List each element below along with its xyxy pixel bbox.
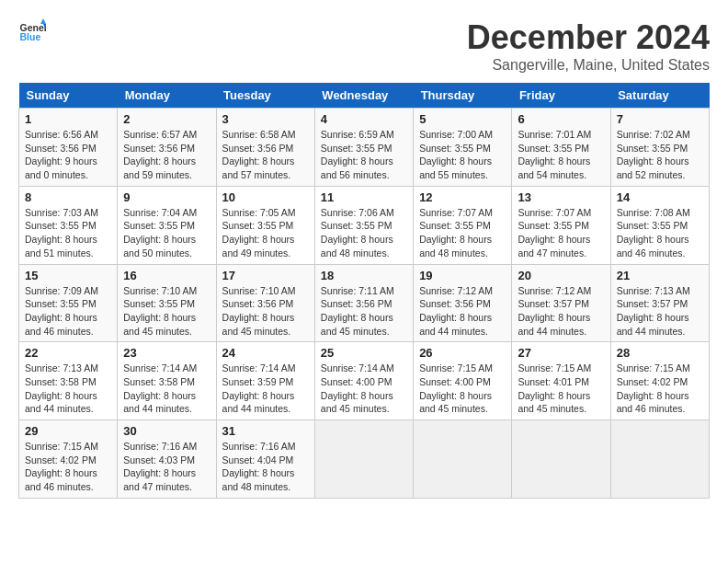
day-number: 27 (518, 346, 604, 360)
day-info: Sunrise: 7:00 AMSunset: 3:55 PMDaylight:… (419, 128, 506, 182)
day-number: 12 (419, 190, 506, 204)
day-number: 11 (321, 190, 407, 204)
day-number: 31 (222, 424, 309, 438)
calendar-cell: 22Sunrise: 7:13 AMSunset: 3:58 PMDayligh… (19, 342, 118, 420)
calendar-cell: 23Sunrise: 7:14 AMSunset: 3:58 PMDayligh… (118, 342, 216, 420)
calendar-cell (414, 420, 512, 499)
logo: General Blue (18, 18, 46, 46)
calendar-cell: 11Sunrise: 7:06 AMSunset: 3:55 PMDayligh… (314, 186, 413, 264)
header-saturday: Saturday (610, 83, 709, 109)
calendar-cell: 10Sunrise: 7:05 AMSunset: 3:55 PMDayligh… (216, 186, 314, 264)
day-info: Sunrise: 7:01 AMSunset: 3:55 PMDaylight:… (518, 128, 604, 182)
day-info: Sunrise: 7:14 AMSunset: 3:58 PMDaylight:… (123, 362, 210, 416)
day-number: 18 (321, 269, 407, 282)
day-number: 23 (123, 346, 210, 360)
day-number: 25 (321, 346, 407, 360)
day-number: 21 (617, 269, 703, 282)
header-wednesday: Wednesday (314, 83, 413, 109)
day-number: 7 (617, 112, 703, 126)
calendar-cell: 14Sunrise: 7:08 AMSunset: 3:55 PMDayligh… (610, 186, 709, 264)
day-info: Sunrise: 7:07 AMSunset: 3:55 PMDaylight:… (419, 206, 506, 260)
day-info: Sunrise: 7:15 AMSunset: 4:02 PMDaylight:… (617, 362, 703, 416)
header-sunday: Sunday (19, 83, 118, 109)
day-info: Sunrise: 7:14 AMSunset: 4:00 PMDaylight:… (321, 362, 407, 416)
day-number: 15 (25, 269, 111, 282)
page-header: General Blue December 2024 Sangerville, … (18, 18, 710, 74)
calendar-cell: 30Sunrise: 7:16 AMSunset: 4:03 PMDayligh… (118, 420, 216, 499)
day-info: Sunrise: 7:13 AMSunset: 3:57 PMDaylight:… (617, 284, 703, 339)
calendar-cell: 5Sunrise: 7:00 AMSunset: 3:55 PMDaylight… (414, 109, 512, 187)
day-number: 24 (222, 346, 309, 360)
day-info: Sunrise: 7:15 AMSunset: 4:00 PMDaylight:… (419, 362, 506, 416)
day-number: 9 (123, 190, 210, 204)
day-info: Sunrise: 6:56 AMSunset: 3:56 PMDaylight:… (25, 128, 111, 182)
day-info: Sunrise: 7:02 AMSunset: 3:55 PMDaylight:… (617, 128, 703, 182)
day-info: Sunrise: 7:12 AMSunset: 3:56 PMDaylight:… (419, 284, 506, 339)
day-number: 8 (25, 190, 111, 204)
calendar-cell: 9Sunrise: 7:04 AMSunset: 3:55 PMDaylight… (118, 186, 216, 264)
day-number: 16 (123, 269, 210, 282)
calendar-cell: 13Sunrise: 7:07 AMSunset: 3:55 PMDayligh… (512, 186, 610, 264)
calendar-cell (314, 420, 413, 499)
day-info: Sunrise: 6:59 AMSunset: 3:55 PMDaylight:… (321, 128, 407, 182)
calendar-week-row: 1Sunrise: 6:56 AMSunset: 3:56 PMDaylight… (19, 109, 710, 187)
calendar-cell (610, 420, 709, 499)
day-number: 2 (123, 112, 210, 126)
day-info: Sunrise: 7:03 AMSunset: 3:55 PMDaylight:… (25, 206, 111, 260)
day-info: Sunrise: 7:11 AMSunset: 3:56 PMDaylight:… (321, 284, 407, 339)
calendar-table: Sunday Monday Tuesday Wednesday Thursday… (18, 83, 710, 499)
calendar-cell: 31Sunrise: 7:16 AMSunset: 4:04 PMDayligh… (216, 420, 314, 499)
day-number: 4 (321, 112, 407, 126)
header-thursday: Thursday (414, 83, 512, 109)
calendar-cell: 21Sunrise: 7:13 AMSunset: 3:57 PMDayligh… (610, 264, 709, 342)
header-friday: Friday (512, 83, 610, 109)
day-info: Sunrise: 6:58 AMSunset: 3:56 PMDaylight:… (222, 128, 309, 182)
calendar-cell: 18Sunrise: 7:11 AMSunset: 3:56 PMDayligh… (314, 264, 413, 342)
day-number: 3 (222, 112, 309, 126)
calendar-cell: 26Sunrise: 7:15 AMSunset: 4:00 PMDayligh… (414, 342, 512, 420)
calendar-cell: 8Sunrise: 7:03 AMSunset: 3:55 PMDaylight… (19, 186, 118, 264)
calendar-cell: 6Sunrise: 7:01 AMSunset: 3:55 PMDaylight… (512, 109, 610, 187)
calendar-week-row: 29Sunrise: 7:15 AMSunset: 4:02 PMDayligh… (19, 420, 710, 499)
day-number: 10 (222, 190, 309, 204)
day-info: Sunrise: 7:15 AMSunset: 4:02 PMDaylight:… (25, 440, 111, 494)
days-header-row: Sunday Monday Tuesday Wednesday Thursday… (19, 83, 710, 109)
calendar-cell (512, 420, 610, 499)
calendar-cell: 27Sunrise: 7:15 AMSunset: 4:01 PMDayligh… (512, 342, 610, 420)
day-info: Sunrise: 7:08 AMSunset: 3:55 PMDaylight:… (617, 206, 703, 260)
calendar-cell: 12Sunrise: 7:07 AMSunset: 3:55 PMDayligh… (414, 186, 512, 264)
day-info: Sunrise: 7:13 AMSunset: 3:58 PMDaylight:… (25, 362, 111, 416)
calendar-cell: 3Sunrise: 6:58 AMSunset: 3:56 PMDaylight… (216, 109, 314, 187)
calendar-cell: 17Sunrise: 7:10 AMSunset: 3:56 PMDayligh… (216, 264, 314, 342)
day-info: Sunrise: 7:14 AMSunset: 3:59 PMDaylight:… (222, 362, 309, 416)
day-info: Sunrise: 7:10 AMSunset: 3:56 PMDaylight:… (222, 284, 309, 339)
day-info: Sunrise: 6:57 AMSunset: 3:56 PMDaylight:… (123, 128, 210, 182)
day-number: 20 (518, 269, 604, 282)
day-number: 6 (518, 112, 604, 126)
calendar-cell: 15Sunrise: 7:09 AMSunset: 3:55 PMDayligh… (19, 264, 118, 342)
day-info: Sunrise: 7:15 AMSunset: 4:01 PMDaylight:… (518, 362, 604, 416)
day-number: 29 (25, 424, 111, 438)
day-number: 28 (617, 346, 703, 360)
day-number: 5 (419, 112, 506, 126)
calendar-cell: 29Sunrise: 7:15 AMSunset: 4:02 PMDayligh… (19, 420, 118, 499)
day-info: Sunrise: 7:09 AMSunset: 3:55 PMDaylight:… (25, 284, 111, 339)
logo-icon: General Blue (18, 18, 46, 46)
calendar-cell: 25Sunrise: 7:14 AMSunset: 4:00 PMDayligh… (314, 342, 413, 420)
calendar-cell: 28Sunrise: 7:15 AMSunset: 4:02 PMDayligh… (610, 342, 709, 420)
svg-text:Blue: Blue (20, 31, 41, 42)
calendar-week-row: 8Sunrise: 7:03 AMSunset: 3:55 PMDaylight… (19, 186, 710, 264)
calendar-cell: 7Sunrise: 7:02 AMSunset: 3:55 PMDaylight… (610, 109, 709, 187)
day-number: 14 (617, 190, 703, 204)
day-number: 19 (419, 269, 506, 282)
day-info: Sunrise: 7:05 AMSunset: 3:55 PMDaylight:… (222, 206, 309, 260)
calendar-cell: 4Sunrise: 6:59 AMSunset: 3:55 PMDaylight… (314, 109, 413, 187)
calendar-week-row: 15Sunrise: 7:09 AMSunset: 3:55 PMDayligh… (19, 264, 710, 342)
day-number: 1 (25, 112, 111, 126)
calendar-cell: 20Sunrise: 7:12 AMSunset: 3:57 PMDayligh… (512, 264, 610, 342)
calendar-cell: 24Sunrise: 7:14 AMSunset: 3:59 PMDayligh… (216, 342, 314, 420)
header-monday: Monday (118, 83, 216, 109)
day-info: Sunrise: 7:06 AMSunset: 3:55 PMDaylight:… (321, 206, 407, 260)
day-info: Sunrise: 7:07 AMSunset: 3:55 PMDaylight:… (518, 206, 604, 260)
calendar-cell: 1Sunrise: 6:56 AMSunset: 3:56 PMDaylight… (19, 109, 118, 187)
